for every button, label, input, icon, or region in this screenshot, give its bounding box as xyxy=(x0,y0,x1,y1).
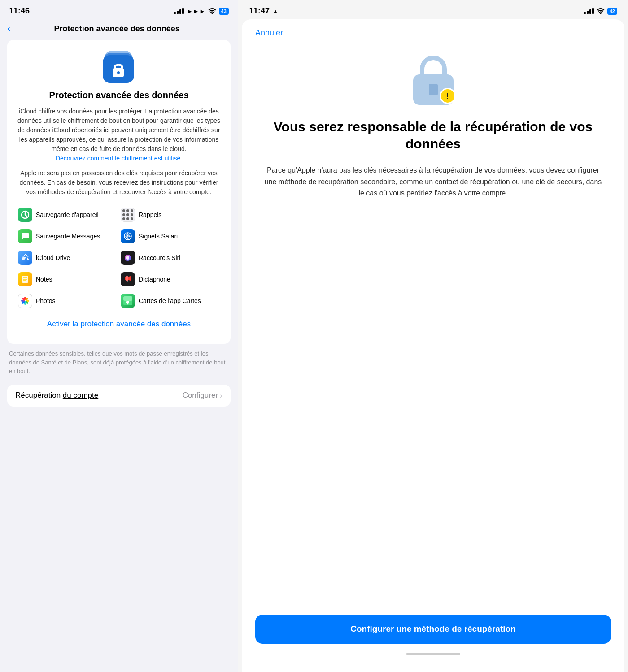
stack-front xyxy=(103,55,134,83)
app-label-notes: Notes xyxy=(36,276,52,283)
main-card: Protection avancée des données iCloud ch… xyxy=(7,40,231,344)
app-item-sauvegarde: Sauvegarde d'appareil xyxy=(16,204,119,225)
app-item-siri: Raccourcis Siri xyxy=(119,247,222,269)
right-panel: 11:47 ▲ 42 Annuler xyxy=(238,0,628,672)
card-icon-area xyxy=(16,51,222,83)
card-desc2: Apple ne sera pas en possession des clés… xyxy=(16,169,222,197)
app-item-safari: Signets Safari xyxy=(119,225,222,247)
app-item-rappels: Rappels xyxy=(119,204,222,225)
app-item-photos: Photos xyxy=(16,290,119,312)
app-label-photos: Photos xyxy=(36,297,56,304)
app-item-dictaphone: Dictaphone xyxy=(119,269,222,290)
battery-left: 43 xyxy=(219,8,229,15)
icloud-stack-icon xyxy=(103,51,135,83)
svg-rect-15 xyxy=(125,277,126,280)
svg-point-32 xyxy=(600,13,601,14)
wifi-icon-right xyxy=(597,8,605,14)
warning-lock-icon: ! xyxy=(255,56,611,105)
app-icon-notes xyxy=(18,272,32,286)
main-description: Parce qu'Apple n'aura pas les clés néces… xyxy=(255,165,611,199)
activate-button[interactable]: Activer la protection avancée des donnée… xyxy=(16,313,222,335)
signal-icon xyxy=(174,8,184,14)
app-label-cartes: Cartes de l'app Cartes xyxy=(139,297,201,304)
battery-right: 42 xyxy=(607,8,617,15)
configure-recovery-button[interactable]: Configurer une méthode de récupération xyxy=(255,615,611,644)
app-label-safari: Signets Safari xyxy=(139,233,178,240)
time-left: 11:46 xyxy=(9,6,30,16)
signal-icon-right xyxy=(584,8,594,14)
app-item-cartes: Cartes de l'app Cartes xyxy=(119,290,222,312)
app-icon-dictaphone xyxy=(121,272,135,286)
warning-badge: ! xyxy=(440,88,456,104)
svg-rect-17 xyxy=(128,277,129,280)
svg-rect-29 xyxy=(123,296,132,301)
app-icon-backup xyxy=(18,208,32,222)
app-icon-messages xyxy=(18,229,32,243)
app-label-rappels: Rappels xyxy=(139,211,161,218)
svg-point-2 xyxy=(117,71,120,74)
left-panel: 11:46 ►►► 43 ‹ Protection avancée des do… xyxy=(0,0,238,672)
svg-point-0 xyxy=(211,13,213,14)
app-label-siri: Raccourcis Siri xyxy=(139,254,180,261)
svg-rect-16 xyxy=(126,276,128,281)
lock-warning-container: ! xyxy=(411,56,456,105)
lock-keyhole xyxy=(429,84,438,95)
nav-bar-left: ‹ Protection avancée des données xyxy=(0,19,238,40)
status-bar-left: 11:46 ►►► 43 xyxy=(0,0,238,19)
status-bar-right: 11:47 ▲ 42 xyxy=(238,0,628,19)
lock-shackle xyxy=(420,56,447,76)
card-main-title: Protection avancée des données xyxy=(16,90,222,100)
app-label-sauvegarde: Sauvegarde d'appareil xyxy=(36,211,99,218)
app-icon-siri xyxy=(121,251,135,265)
back-button[interactable]: ‹ xyxy=(7,23,10,35)
chevron-right-icon: › xyxy=(220,391,222,400)
right-sheet: Annuler ! Vous serez responsable de la r… xyxy=(242,19,624,672)
configure-area: Configurer › xyxy=(183,391,222,400)
app-label-dictaphone: Dictaphone xyxy=(139,276,170,283)
configure-text: Configurer xyxy=(183,391,218,400)
svg-rect-10 xyxy=(126,256,129,260)
annuler-button[interactable]: Annuler xyxy=(255,28,611,38)
app-item-messages: Sauvegarde Messages xyxy=(16,225,119,247)
card-desc1: iCloud chiffre vos données pour les prot… xyxy=(16,107,222,163)
account-recovery-row[interactable]: Récupération du compte Configurer › xyxy=(7,385,231,407)
home-indicator xyxy=(406,653,460,655)
app-item-drive: iCloud Drive xyxy=(16,247,119,269)
recovery-title: Récupération du compte xyxy=(15,391,98,400)
disclaimer-text: Certaines données sensibles, telles que … xyxy=(0,344,238,381)
page-title: Protection avancée des données xyxy=(14,24,220,34)
app-label-drive: iCloud Drive xyxy=(36,254,70,261)
learn-more-link[interactable]: Découvrez comment le chiffrement est uti… xyxy=(56,155,182,162)
recovery-label-area: Récupération du compte xyxy=(15,391,98,400)
app-icon-safari xyxy=(121,229,135,243)
status-icons-right: 42 xyxy=(584,8,617,15)
apps-grid: Sauvegarde d'appareil Rappels Sauvegarde… xyxy=(16,204,222,312)
svg-rect-18 xyxy=(129,276,131,281)
app-icon-photos xyxy=(18,294,32,308)
app-icon-rappels xyxy=(121,208,135,222)
app-icon-cartes xyxy=(121,294,135,308)
main-heading: Vous serez responsable de la récupératio… xyxy=(255,118,611,152)
wifi-icon: ►►► xyxy=(187,8,205,15)
app-item-notes: Notes xyxy=(16,269,119,290)
app-label-messages: Sauvegarde Messages xyxy=(36,233,100,240)
wifi-icon-svg xyxy=(208,8,216,14)
app-icon-drive xyxy=(18,251,32,265)
time-right: 11:47 ▲ xyxy=(249,6,279,16)
lock-svg xyxy=(111,61,126,77)
status-icons-left: ►►► 43 xyxy=(174,8,229,15)
location-arrow-icon: ▲ xyxy=(272,8,279,15)
